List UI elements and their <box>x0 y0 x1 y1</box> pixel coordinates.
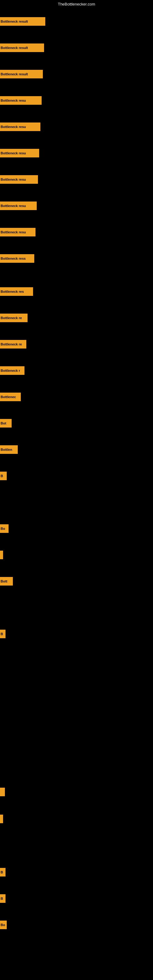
bottleneck-bar: B <box>0 868 5 877</box>
bottleneck-label: Bottleneck re <box>1 342 22 346</box>
bottleneck-bar: Bottleneck ress <box>0 254 34 263</box>
bottleneck-label: B <box>1 897 3 900</box>
bottleneck-bar: Bottlenec <box>0 393 21 401</box>
bottleneck-bar: Bottleneck resu <box>0 175 38 184</box>
bottleneck-label: B <box>1 474 3 478</box>
bottleneck-bar: Bottleneck result <box>0 70 43 78</box>
bottleneck-label: Bottleneck resu <box>1 99 26 102</box>
bottleneck-label: Bottleneck result <box>1 20 28 23</box>
site-title: TheBottlenecker.com <box>0 1 153 8</box>
bottleneck-label: Bottleneck resu <box>1 178 26 181</box>
bottleneck-label: Bottleneck ress <box>1 257 26 260</box>
bottleneck-label: Bottleneck result <box>1 46 28 49</box>
bottleneck-bar: Bottleneck r <box>0 366 24 375</box>
bottleneck-bar: Bottleneck result <box>0 43 44 52</box>
bottleneck-bar: Bottleneck resu <box>0 228 35 236</box>
bottleneck-bar: Bottleneck resu <box>0 149 39 158</box>
bottleneck-label: Bottleneck resu <box>1 125 26 129</box>
bottleneck-label: Bottleneck resu <box>1 204 26 208</box>
bottleneck-label: B <box>1 870 3 874</box>
bottleneck-label: B <box>1 632 3 636</box>
bottleneck-bar <box>0 788 5 796</box>
bottleneck-bar <box>0 550 3 559</box>
bottleneck-bar: Bottleneck resu <box>0 202 37 210</box>
bottleneck-bar: Bottleneck result <box>0 17 45 26</box>
bottleneck-label: Bottleneck resu <box>1 230 26 234</box>
bottleneck-bar: Bottleneck res <box>0 287 33 296</box>
bottleneck-label: Bo <box>1 923 5 927</box>
bottleneck-label: Bott <box>1 579 7 583</box>
bottleneck-bar: Bot <box>0 419 12 428</box>
bottleneck-label: Bottlenec <box>1 395 16 399</box>
bottleneck-bar: B <box>0 472 7 480</box>
bottleneck-label: Bot <box>1 422 6 425</box>
bottleneck-bar: Bo <box>0 921 7 929</box>
bottleneck-bar: B <box>0 630 5 638</box>
bottleneck-label: Bottlen <box>1 448 12 452</box>
bottleneck-label: Bottleneck res <box>1 290 24 293</box>
bottleneck-bar: Bo <box>0 524 9 533</box>
bottleneck-bar: Bottleneck resu <box>0 96 41 105</box>
bottleneck-label: Bottleneck resu <box>1 151 26 155</box>
bottleneck-bar <box>0 815 3 823</box>
bottleneck-label: Bottleneck re <box>1 316 22 320</box>
bottleneck-bar: Bottleneck resu <box>0 123 40 131</box>
bottleneck-bar: Bottleneck re <box>0 313 27 322</box>
bottleneck-bar: Bottleneck re <box>0 340 26 348</box>
bottleneck-bar: Bottlen <box>0 445 18 454</box>
bottleneck-bar: B <box>0 894 5 903</box>
bottleneck-label: Bo <box>1 527 5 530</box>
bottleneck-bar: Bott <box>0 577 13 585</box>
bottleneck-label: Bottleneck r <box>1 369 20 372</box>
bottleneck-label: Bottleneck result <box>1 72 28 76</box>
